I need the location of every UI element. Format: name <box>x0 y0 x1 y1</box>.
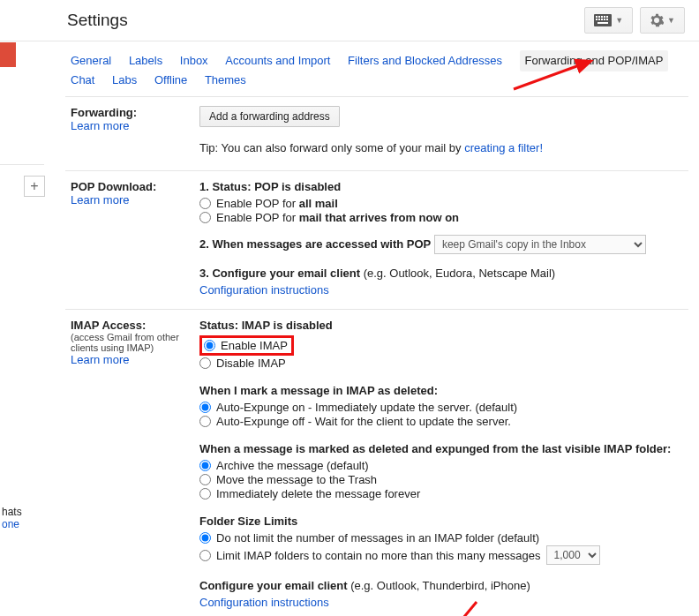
svg-rect-10 <box>606 19 608 20</box>
pop-config-instructions-link[interactable]: Configuration instructions <box>199 283 329 297</box>
svg-rect-7 <box>598 19 600 20</box>
add-contact-button[interactable]: + <box>24 176 45 197</box>
rail-divider <box>0 164 44 165</box>
pop-learn-more[interactable]: Learn more <box>71 193 129 207</box>
section-pop: POP Download: Learn more 1. Status: POP … <box>65 171 688 310</box>
imap-sub: (access Gmail from other clients using I… <box>71 332 192 353</box>
expunged-archive-label: Archive the message (default) <box>216 459 369 472</box>
svg-rect-8 <box>601 19 603 20</box>
tab-offline[interactable]: Offline <box>154 71 187 89</box>
create-filter-link[interactable]: creating a filter! <box>464 141 543 154</box>
tab-themes[interactable]: Themes <box>205 71 246 89</box>
svg-rect-3 <box>601 16 603 18</box>
imap-config-instructions-link[interactable]: Configuration instructions <box>199 596 329 609</box>
pop-action-select[interactable]: keep Gmail's copy in the Inbox <box>434 235 646 254</box>
imap-enable-label: Enable IMAP <box>221 339 288 352</box>
expunged-trash-radio[interactable] <box>199 474 211 485</box>
input-tools-button[interactable]: ▼ <box>584 7 633 34</box>
auto-expunge-on-label: Auto-Expunge on - Immediately update the… <box>216 401 517 414</box>
pop-status-value: POP is disabled <box>254 180 341 193</box>
expunged-archive-radio[interactable] <box>199 460 211 471</box>
tab-inbox[interactable]: Inbox <box>180 52 208 70</box>
pop-enable-all-radio[interactable] <box>199 198 211 209</box>
imap-disable-radio[interactable] <box>199 357 211 369</box>
expunged-delete-radio[interactable] <box>199 488 211 500</box>
forwarding-label: Forwarding: <box>71 106 192 119</box>
settings-main: General Labels Inbox Accounts and Import… <box>65 41 688 616</box>
folder-limit-select[interactable]: 1,000 <box>546 545 600 565</box>
svg-rect-4 <box>604 16 605 18</box>
tab-forwarding[interactable]: Forwarding and POP/IMAP <box>520 50 669 71</box>
pop-when-accessed-label: 2. When messages are accessed with POP <box>199 237 431 251</box>
tab-chat[interactable]: Chat <box>71 71 94 89</box>
pop-enable-now-text: Enable POP for mail that arrives from no… <box>216 211 459 224</box>
tab-general[interactable]: General <box>71 52 111 70</box>
add-forwarding-button[interactable]: Add a forwarding address <box>199 106 340 127</box>
pop-configure-suffix: (e.g. Outlook, Eudora, Netscape Mail) <box>364 267 556 280</box>
imap-deleted-heading: When I mark a message in IMAP as deleted… <box>199 384 683 397</box>
imap-learn-more[interactable]: Learn more <box>71 353 129 366</box>
svg-rect-5 <box>606 16 608 18</box>
forwarding-learn-more[interactable]: Learn more <box>71 119 129 132</box>
svg-rect-2 <box>598 16 600 18</box>
imap-disable-label: Disable IMAP <box>216 357 286 370</box>
chevron-down-icon: ▼ <box>667 16 675 25</box>
expunged-trash-label: Move the message to the Trash <box>216 473 377 486</box>
tab-labels[interactable]: Labels <box>129 52 162 70</box>
auto-expunge-off-radio[interactable] <box>199 416 211 427</box>
pop-enable-now-radio[interactable] <box>199 212 211 223</box>
svg-rect-6 <box>596 19 598 20</box>
rail-text: hats one <box>2 506 44 530</box>
imap-status-value: IMAP is disabled <box>242 319 333 332</box>
imap-status-prefix: Status: <box>199 319 242 332</box>
tab-labs[interactable]: Labs <box>112 71 137 89</box>
pop-label: POP Download: <box>71 180 192 193</box>
compose-accent <box>0 42 16 67</box>
imap-configure-suffix: (e.g. Outlook, Thunderbird, iPhone) <box>350 579 530 592</box>
keyboard-icon <box>594 14 612 26</box>
header: Settings ▼ ▼ <box>0 0 699 41</box>
folder-no-limit-label: Do not limit the number of messages in a… <box>216 531 539 545</box>
pop-configure-label: 3. Configure your email client <box>199 267 364 280</box>
auto-expunge-on-radio[interactable] <box>199 402 211 413</box>
section-forwarding: Forwarding: Learn more Add a forwarding … <box>65 97 688 171</box>
imap-expunged-heading: When a message is marked as deleted and … <box>199 442 683 455</box>
rail-one-link[interactable]: one <box>2 518 19 530</box>
folder-no-limit-radio[interactable] <box>199 532 211 544</box>
chevron-down-icon: ▼ <box>615 16 623 25</box>
auto-expunge-off-label: Auto-Expunge off - Wait for the client t… <box>216 415 511 428</box>
svg-rect-1 <box>596 16 598 18</box>
gear-icon <box>650 13 664 27</box>
folder-limit-radio[interactable] <box>199 550 211 561</box>
forwarding-tip-text: Tip: You can also forward only some of y… <box>199 141 464 154</box>
folder-limits-heading: Folder Size Limits <box>199 515 683 528</box>
settings-tabs: General Labels Inbox Accounts and Import… <box>65 41 688 97</box>
tab-filters[interactable]: Filters and Blocked Addresses <box>348 52 502 70</box>
imap-label: IMAP Access: <box>71 319 192 332</box>
settings-menu-button[interactable]: ▼ <box>640 7 685 34</box>
left-rail: + hats one <box>0 39 44 604</box>
imap-configure-label: Configure your email client <box>199 579 350 592</box>
section-imap: IMAP Access: (access Gmail from other cl… <box>65 310 688 616</box>
rail-hats: hats <box>2 506 22 518</box>
expunged-delete-label: Immediately delete the message forever <box>216 487 420 500</box>
folder-limit-label: Limit IMAP folders to contain no more th… <box>216 549 541 562</box>
svg-rect-9 <box>604 19 605 20</box>
tab-accounts[interactable]: Accounts and Import <box>225 52 330 70</box>
imap-enable-radio[interactable] <box>204 340 215 351</box>
annotation-highlight-enable-imap: Enable IMAP <box>199 335 294 356</box>
page-title: Settings <box>67 11 128 30</box>
pop-enable-all-text: Enable POP for all mail <box>216 197 338 210</box>
pop-status-prefix: 1. Status: <box>199 180 254 193</box>
svg-rect-11 <box>598 22 608 24</box>
